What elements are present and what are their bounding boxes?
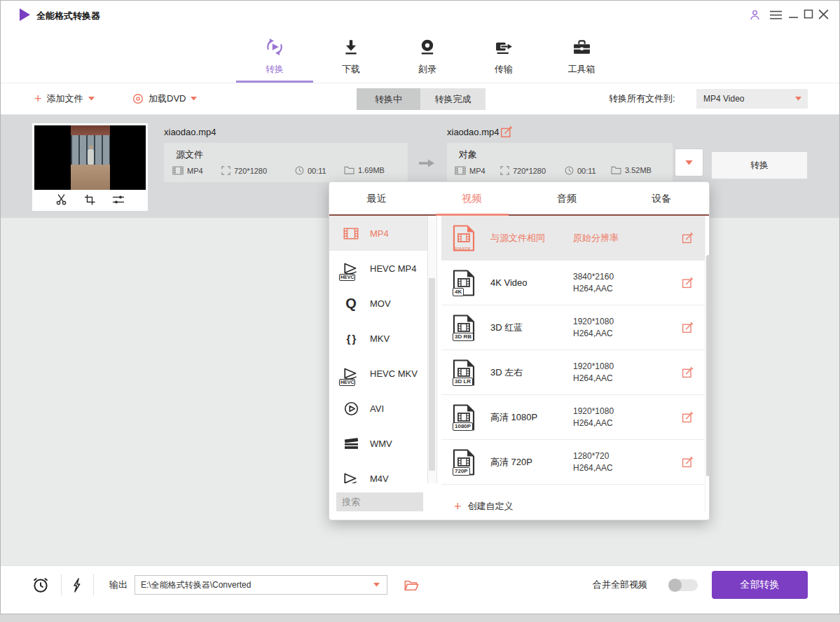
source-to-target-arrow-icon [418,158,435,168]
preset-4k-video[interactable]: 4K 4K Video 3840*2160H264,AAC [441,261,705,305]
nav-tab-download[interactable]: 下载 [321,34,381,76]
edit-preset-icon[interactable] [682,277,694,289]
divider [93,574,94,595]
thumbnail-image [34,125,146,190]
format-item-mp4[interactable]: MP4 [329,216,427,251]
format-item-hevc-mp4[interactable]: HEVC HEVC MP4 [329,251,427,286]
create-custom-label: 创建自定义 [468,500,514,513]
mkv-braces-icon: { } [340,328,362,349]
tab-converting[interactable]: 转换中 [357,88,420,110]
open-folder-icon[interactable] [404,580,419,591]
format-item-mkv[interactable]: { } MKV [329,321,427,356]
source-format: MP4 [172,166,203,175]
edit-preset-icon[interactable] [682,456,694,468]
nav-tab-toolbox[interactable]: 工具箱 [551,34,612,76]
divider [61,574,62,595]
tab-converted[interactable]: 转换完成 [420,88,486,110]
main-nav: 转换 下载 刻录 传输 工具箱 [1,29,839,83]
play-flag-icon [343,262,359,275]
menu-icon[interactable] [770,11,782,20]
play-flag-icon [343,367,359,380]
popup-tab-recent[interactable]: 最近 [329,182,425,216]
target-format-dropdown-button[interactable] [675,148,703,177]
clapperboard-icon [344,438,359,450]
chevron-down-icon [88,97,95,101]
convert-all-button[interactable]: 全部转换 [712,571,808,599]
chevron-down-icon [191,97,197,101]
target-resolution: 720*1280 [500,166,546,175]
format-item-mov[interactable]: Q MOV [329,286,427,321]
source-size: 1.69MB [344,166,385,174]
source-duration: 00:11 [295,166,326,175]
format-item-avi[interactable]: AVI [329,391,427,426]
preset-hd-1080p[interactable]: 1080P 高清 1080P 1920*1080H264,AAC [441,395,705,440]
play-circle-icon [344,401,359,416]
edit-preset-icon[interactable] [682,322,694,333]
target-filename: xiaodao.mp4 [447,127,499,137]
load-dvd-label: 加载DVD [149,92,186,105]
toolbar: + 添加文件 加载DVD 转换中 转换完成 转换所有文件到: MP4 Video [1,83,839,115]
clock-icon [565,166,574,175]
create-custom-button[interactable]: + 创建自定义 [454,496,514,517]
nav-tab-transfer[interactable]: 传输 [474,34,534,76]
output-path-select[interactable]: E:\全能格式转换器\Converted [135,575,387,595]
toolbox-icon [572,39,591,55]
edit-preset-icon[interactable] [682,411,694,423]
account-icon[interactable] [749,9,761,21]
preset-same-as-source[interactable]: source 与源文件相同 原始分辨率 [441,216,705,261]
preset-hd-720p[interactable]: 720P 高清 720P 1280*720H264,AAC [441,440,705,485]
rename-icon[interactable] [500,125,513,138]
format-item-wmv[interactable]: WMV [329,426,427,461]
video-thumbnail[interactable] [32,123,148,211]
thumbnail-toolbar [34,190,146,209]
chevron-down-icon [795,97,801,101]
output-format-select[interactable]: MP4 Video [696,89,808,109]
source-resolution: 720*1280 [221,166,267,175]
dvd-icon [132,93,144,104]
power-bolt-icon[interactable] [71,578,82,593]
target-duration: 00:11 [565,166,596,175]
nav-tab-transfer-label: 传输 [495,63,513,76]
format-item-m4v[interactable]: M4V [329,461,427,483]
nav-tab-convert-label: 转换 [266,63,284,76]
trim-icon[interactable] [55,193,67,205]
popup-tab-device[interactable]: 设备 [614,182,710,216]
film-icon [343,228,359,240]
merge-videos-toggle[interactable] [668,579,698,591]
expand-icon [500,166,509,175]
effects-icon[interactable] [112,195,125,205]
preset-3d-left-right[interactable]: 3D LR 3D 左右 1920*1080H264,AAC [441,350,705,395]
preset-list: source 与源文件相同 原始分辨率 4K 4K Video 3840*216… [441,216,705,485]
crop-icon[interactable] [84,194,95,205]
source-info-panel: 源文件 MP4 720*1280 00:11 1.69MB [164,143,408,182]
convert-button[interactable]: 转换 [711,151,808,179]
schedule-icon[interactable] [32,576,50,594]
tab-converted-label: 转换完成 [435,93,471,106]
edit-preset-icon[interactable] [682,366,694,378]
plus-icon: + [454,500,462,513]
edit-preset-icon[interactable] [682,232,694,244]
maximize-button[interactable] [804,9,813,19]
close-button[interactable] [818,9,829,20]
minimize-button[interactable] [788,9,799,20]
load-dvd-button[interactable]: 加载DVD [132,83,197,114]
search-input[interactable] [336,492,423,511]
popup-tab-audio[interactable]: 音频 [519,182,614,216]
preset-list-scrollbar[interactable] [705,216,711,511]
nav-tab-burn[interactable]: 刻录 [397,34,457,76]
download-icon [343,39,359,55]
nav-tab-toolbox-label: 工具箱 [568,63,595,76]
popup-tabbar: 最近 视频 音频 设备 [329,182,709,216]
preset-3d-red-blue[interactable]: 3D RB 3D 红蓝 1920*1080H264,AAC [441,305,705,350]
popup-tab-video[interactable]: 视频 [425,182,520,216]
add-files-button[interactable]: + 添加文件 [34,83,95,114]
format-item-hevc-mkv[interactable]: HEVC HEVC MKV [329,356,427,391]
merge-videos-label: 合并全部视频 [593,566,647,604]
nav-tab-convert[interactable]: 转换 [245,34,305,76]
output-label: 输出 [109,566,128,604]
titlebar: 全能格式转换器 [1,1,839,29]
format-list-scrollbar[interactable] [427,216,437,483]
nav-tab-download-label: 下载 [342,63,360,76]
burn-icon [419,39,436,55]
add-files-label: 添加文件 [47,92,83,105]
